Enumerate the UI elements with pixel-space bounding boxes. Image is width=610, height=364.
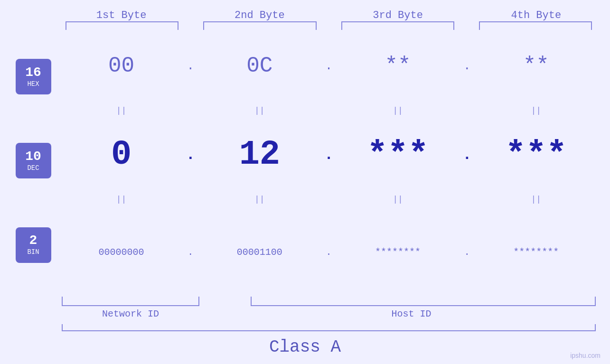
bin-badge: 2 BIN [16, 227, 51, 263]
hex-eq3: || [393, 106, 403, 115]
dec-b1-value: 0 [111, 135, 131, 174]
bin-b1-value: 00000000 [99, 247, 144, 258]
network-id-label: Network ID [62, 308, 199, 319]
bin-b4-value: ******** [513, 247, 559, 258]
badges-column: 16 HEX 10 DEC 2 BIN [0, 30, 62, 297]
main-layout: 1st Byte 2nd Byte 3rd Byte 4th Byte 16 [0, 0, 610, 364]
dec-sep3-cell: . [458, 146, 477, 164]
dec-row-group: 0 . 12 . *** . [62, 119, 596, 207]
hex-eq3-cell: || [338, 106, 458, 115]
hex-eq4-cell: || [477, 106, 596, 115]
big-bracket [62, 324, 596, 331]
values-column: 00 . 0C . ** . [62, 30, 610, 297]
bin-values-row: 00000000 . 00001100 . ******** [62, 208, 596, 297]
bin-dot3: . [464, 247, 470, 258]
watermark: ipshu.com [570, 352, 601, 359]
dec-b4-cell: *** [477, 135, 596, 174]
hex-eq1: || [116, 106, 127, 115]
bin-dot2: . [326, 247, 331, 258]
top-bracket-4 [479, 21, 592, 30]
bin-b2-value: 00001100 [237, 247, 282, 258]
hex-eq4: || [531, 106, 542, 115]
hex-dot3: . [463, 59, 471, 73]
hex-badge-label: HEX [27, 80, 39, 88]
dec-b2-value: 12 [239, 135, 280, 174]
hex-b4-cell: ** [477, 54, 596, 78]
dec-eq1: || [116, 195, 127, 204]
dec-values-row: 0 . 12 . *** . [62, 119, 596, 191]
dec-sep2-cell: . [319, 146, 338, 164]
dec-eq2-cell: || [200, 195, 319, 204]
bracket-gap [199, 297, 251, 306]
bin-sep1-cell: . [181, 247, 200, 258]
bin-b4-cell: ******** [477, 247, 596, 258]
host-id-label: Host ID [227, 308, 596, 319]
hex-sep1-cell: . [181, 59, 200, 73]
dec-eq3: || [393, 195, 403, 204]
dec-b4-value: *** [506, 135, 567, 174]
hex-b3-value: ** [385, 54, 411, 78]
hex-badge-number: 16 [25, 66, 41, 79]
dec-badge-number: 10 [25, 150, 41, 163]
left-spacer [0, 9, 62, 21]
hex-b2-value: 0C [246, 54, 272, 78]
bin-b1-cell: 00000000 [62, 247, 181, 258]
hex-eq2-cell: || [200, 106, 319, 115]
dec-b1-cell: 0 [62, 135, 181, 174]
byte4-header: 4th Byte [477, 9, 596, 21]
dec-badge: 10 DEC [16, 143, 51, 178]
hex-b1-value: 00 [108, 54, 134, 78]
big-bracket-section [0, 324, 610, 331]
dec-b3-cell: *** [338, 135, 458, 174]
hex-b1-cell: 00 [62, 54, 181, 78]
hex-values-row: 00 . 0C . ** . [62, 30, 596, 102]
hex-badge: 16 HEX [16, 59, 51, 94]
bin-b3-cell: ******** [338, 247, 458, 258]
rows-section: 16 HEX 10 DEC 2 BIN 00 . [0, 30, 610, 297]
dec-dot3: . [462, 146, 471, 164]
bottom-section: Network ID Host ID Class A [0, 297, 610, 364]
left-spacer2 [0, 21, 62, 30]
byte3-header: 3rd Byte [338, 9, 458, 21]
hex-eq-row: || || || || [62, 102, 596, 119]
dec-sep1-cell: . [181, 146, 200, 164]
hex-eq2: || [254, 106, 265, 115]
byte-headers-section: 1st Byte 2nd Byte 3rd Byte 4th Byte [0, 0, 610, 21]
dec-eq4: || [531, 195, 542, 204]
bin-dot1: . [188, 247, 193, 258]
bottom-brackets-section [0, 297, 610, 306]
hex-row-group: 00 . 0C . ** . [62, 30, 596, 119]
top-brackets-inner [62, 21, 610, 30]
network-bracket [62, 297, 199, 306]
hex-eq1-cell: || [62, 106, 181, 115]
top-bracket-1 [66, 21, 178, 30]
dec-eq-row: || || || || [62, 191, 596, 208]
hex-b3-cell: ** [338, 54, 458, 78]
dec-badge-label: DEC [27, 164, 39, 172]
byte-headers-row: 1st Byte 2nd Byte 3rd Byte 4th Byte [62, 9, 610, 21]
host-bracket [251, 297, 596, 306]
dec-eq2: || [254, 195, 265, 204]
hex-sep3-cell: . [458, 59, 477, 73]
bin-badge-label: BIN [27, 248, 39, 256]
dec-eq3-cell: || [338, 195, 458, 204]
dec-dot2: . [324, 146, 333, 164]
bin-badge-number: 2 [29, 234, 38, 247]
dec-b2-cell: 12 [200, 135, 319, 174]
top-bracket-2 [203, 21, 316, 30]
dec-dot1: . [186, 146, 195, 164]
byte1-header: 1st Byte [62, 9, 181, 21]
dec-b3-value: *** [367, 135, 429, 174]
hex-b2-cell: 0C [200, 54, 319, 78]
dec-eq1-cell: || [62, 195, 181, 204]
hex-dot2: . [325, 59, 333, 73]
label-gap [199, 308, 227, 319]
bin-b2-cell: 00001100 [200, 247, 319, 258]
bin-sep2-cell: . [319, 247, 338, 258]
hex-dot1: . [187, 59, 194, 73]
top-brackets-section [0, 21, 610, 30]
byte2-header: 2nd Byte [200, 9, 319, 21]
labels-section: Network ID Host ID [0, 308, 610, 319]
hex-b4-value: ** [523, 54, 549, 78]
bin-b3-value: ******** [375, 247, 421, 258]
